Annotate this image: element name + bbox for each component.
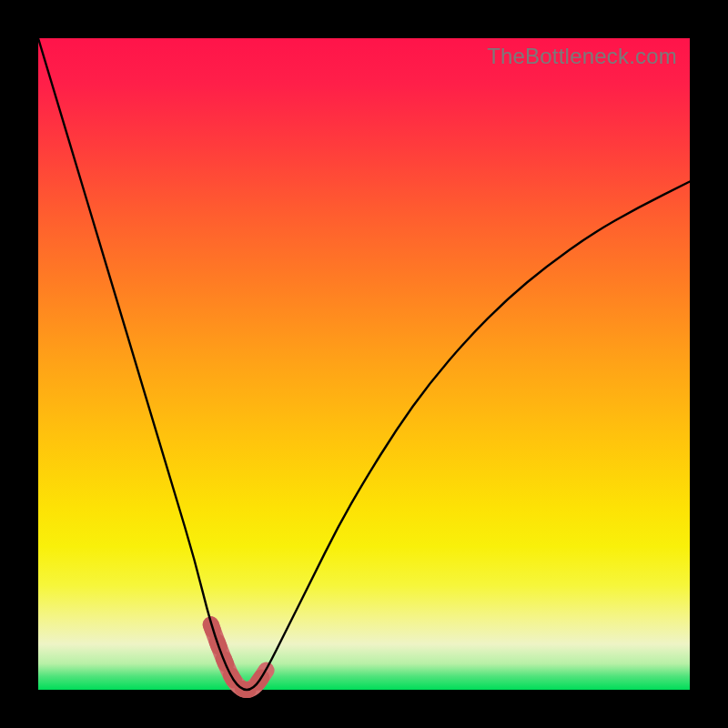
bottleneck-curve [38,38,690,690]
curve-svg [38,38,690,690]
plot-area: TheBottleneck.com [38,38,690,690]
dip-highlight-dashes [211,624,267,690]
chart-frame: TheBottleneck.com [0,0,728,728]
